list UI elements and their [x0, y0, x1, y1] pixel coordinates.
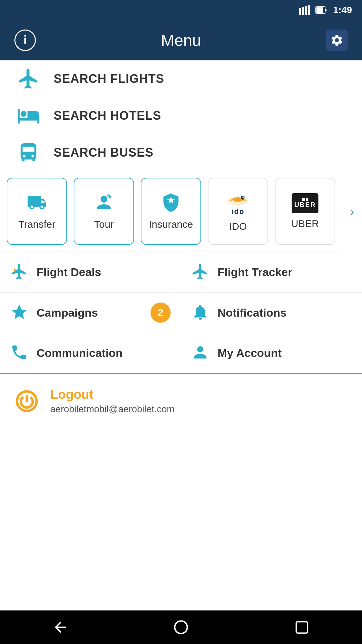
uber-label: UBER — [291, 218, 319, 229]
category-tile-ido[interactable]: ido IDO — [208, 178, 268, 245]
hotel-icon — [13, 101, 44, 131]
logout-section[interactable]: Logout aerobiletmobil@aerobilet.com — [0, 374, 362, 428]
nav-home-button[interactable] — [168, 614, 194, 641]
menu-list: SEARCH FLIGHTS SEARCH HOTELS SEARCH BUSE… — [0, 60, 362, 610]
gear-icon — [326, 30, 348, 51]
grid-item-campaigns[interactable]: Campaigns 2 — [0, 292, 181, 333]
category-scroll[interactable]: Transfer Tour — [0, 171, 342, 252]
grid-item-notifications[interactable]: Notifications — [181, 292, 362, 333]
settings-button[interactable] — [325, 29, 349, 52]
info-button[interactable]: i — [13, 29, 37, 52]
menu-grid: Flight Deals Flight Tracker Campaigns 2 — [0, 252, 362, 374]
search-buses-label: SEARCH BUSES — [54, 146, 154, 160]
search-flights-label: SEARCH FLIGHTS — [54, 72, 164, 86]
uber-icon: UBER — [292, 193, 318, 213]
svg-rect-5 — [325, 9, 326, 11]
communication-label: Communication — [37, 346, 123, 360]
transfer-icon — [27, 193, 47, 214]
logout-label: Logout — [50, 387, 175, 402]
logout-email: aerobiletmobil@aerobilet.com — [50, 404, 175, 415]
menu-item-search-flights[interactable]: SEARCH FLIGHTS — [0, 60, 362, 97]
notifications-icon — [191, 303, 209, 323]
svg-point-8 — [109, 196, 111, 198]
scroll-right-arrow[interactable]: › — [342, 202, 362, 222]
tour-icon — [94, 193, 114, 214]
account-icon — [191, 343, 209, 363]
svg-point-13 — [175, 621, 187, 634]
status-time: 1:49 — [333, 5, 352, 15]
grid-item-my-account[interactable]: My Account — [181, 333, 362, 373]
nav-back-button[interactable] — [47, 614, 74, 641]
svg-rect-1 — [302, 7, 304, 15]
communication-icon — [10, 343, 28, 363]
svg-rect-2 — [305, 6, 307, 15]
logout-power-icon — [13, 388, 40, 415]
insurance-label: Insurance — [149, 219, 193, 230]
transfer-label: Transfer — [18, 219, 56, 230]
tour-label: Tour — [94, 219, 114, 230]
menu-item-search-buses[interactable]: SEARCH BUSES — [0, 134, 362, 171]
svg-rect-14 — [296, 622, 307, 633]
status-bar: 1:49 — [0, 0, 362, 20]
flight-deals-label: Flight Deals — [37, 266, 101, 279]
category-tile-insurance[interactable]: Insurance — [141, 178, 201, 245]
flight-deals-icon — [10, 262, 28, 282]
app-header: i Menu — [0, 20, 362, 60]
ido-label: IDO — [229, 221, 247, 232]
menu-item-search-hotels[interactable]: SEARCH HOTELS — [0, 97, 362, 134]
grid-item-flight-tracker[interactable]: Flight Tracker — [181, 252, 362, 292]
campaigns-badge: 2 — [150, 303, 171, 323]
svg-rect-3 — [308, 5, 310, 15]
campaigns-label: Campaigns — [37, 306, 98, 319]
notifications-label: Notifications — [218, 306, 287, 319]
header-title: Menu — [37, 31, 325, 50]
svg-point-11 — [242, 197, 244, 198]
grid-item-flight-deals[interactable]: Flight Deals — [0, 252, 181, 292]
my-account-label: My Account — [218, 346, 282, 360]
bottom-nav — [0, 610, 362, 644]
search-hotels-label: SEARCH HOTELS — [54, 109, 161, 123]
ido-icon: ido — [226, 191, 250, 216]
bus-icon — [13, 138, 44, 168]
category-tile-transfer[interactable]: Transfer — [7, 178, 67, 245]
nav-recent-button[interactable] — [288, 614, 315, 641]
category-row: Transfer Tour — [0, 171, 362, 252]
svg-rect-0 — [299, 8, 301, 15]
svg-rect-6 — [316, 7, 323, 13]
info-icon: i — [14, 30, 36, 51]
campaigns-icon — [10, 303, 28, 323]
flight-tracker-icon — [191, 262, 209, 282]
insurance-icon — [161, 193, 181, 214]
grid-item-communication[interactable]: Communication — [0, 333, 181, 373]
category-tile-uber[interactable]: UBER UBER — [275, 178, 335, 245]
flight-tracker-label: Flight Tracker — [218, 266, 292, 279]
flight-icon — [13, 64, 44, 94]
logout-info: Logout aerobiletmobil@aerobilet.com — [50, 387, 175, 415]
category-tile-tour[interactable]: Tour — [74, 178, 134, 245]
